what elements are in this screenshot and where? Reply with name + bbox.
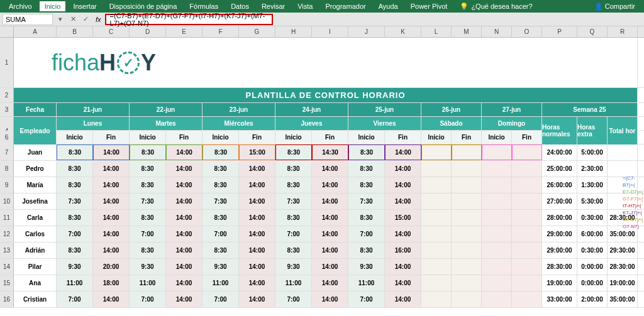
cell[interactable]: 28:30:00 xyxy=(542,259,577,275)
cell[interactable]: 14:00 xyxy=(239,177,275,193)
cell[interactable] xyxy=(482,144,512,160)
cell[interactable]: 14:00 xyxy=(239,242,275,258)
menu-revisar[interactable]: Revisar xyxy=(257,1,290,11)
cell[interactable] xyxy=(452,177,482,193)
col-D[interactable]: D xyxy=(130,26,166,37)
cell[interactable]: 14:00 xyxy=(93,226,130,242)
cell[interactable]: 11:00 xyxy=(348,275,385,291)
cell[interactable] xyxy=(452,291,482,307)
cell[interactable]: 14:00 xyxy=(239,210,275,226)
cell[interactable] xyxy=(512,144,542,160)
cell[interactable]: 14:00 xyxy=(385,177,421,193)
cell[interactable] xyxy=(452,210,482,226)
col-H[interactable]: H xyxy=(275,26,312,37)
cell[interactable]: 14:00 xyxy=(166,259,203,275)
menu-archivo[interactable]: Archivo xyxy=(4,1,37,11)
cell[interactable]: 24:00:00 xyxy=(542,144,577,160)
cell[interactable]: 7:30 xyxy=(57,193,93,209)
col-C[interactable]: C xyxy=(93,26,130,37)
row-16[interactable]: 16 xyxy=(0,291,14,307)
col-G[interactable]: G xyxy=(239,26,275,37)
cancel-icon[interactable]: ✕ xyxy=(67,15,79,23)
cell[interactable] xyxy=(512,177,542,193)
row-15[interactable]: 15 xyxy=(0,275,14,291)
cell[interactable]: 14:00 xyxy=(166,210,203,226)
cell[interactable] xyxy=(421,193,452,209)
cell[interactable]: 8:30 xyxy=(203,177,239,193)
cell[interactable] xyxy=(482,291,512,307)
cell[interactable]: 14:00 xyxy=(239,161,275,177)
row-12[interactable]: 12 xyxy=(0,226,14,242)
cell[interactable]: 14:00 xyxy=(385,275,421,291)
cell[interactable] xyxy=(452,226,482,242)
cell[interactable]: 19:00:00 xyxy=(608,275,638,291)
cell[interactable] xyxy=(608,144,638,160)
cell[interactable]: 14:00 xyxy=(312,193,348,209)
cell[interactable]: 11:00 xyxy=(130,275,166,291)
cell[interactable]: 8:30 xyxy=(348,144,385,160)
share-button[interactable]: 👤 Compartir xyxy=(589,1,640,12)
col-R[interactable]: R xyxy=(608,26,638,37)
cell[interactable]: 8:30 xyxy=(130,242,166,258)
select-all-corner[interactable] xyxy=(0,26,14,37)
cell[interactable] xyxy=(421,259,452,275)
cell[interactable]: 14:00 xyxy=(385,226,421,242)
cell[interactable]: 8:30 xyxy=(57,210,93,226)
cell[interactable]: 9:30 xyxy=(203,259,239,275)
menu-powerpivot[interactable]: Power Pivot xyxy=(406,1,453,11)
row-13[interactable]: 13 xyxy=(0,242,14,258)
cell[interactable] xyxy=(512,161,542,177)
cell[interactable]: 28:00:00 xyxy=(542,210,577,226)
tell-me[interactable]: 💡¿Qué desea hacer? xyxy=(455,3,537,11)
cell[interactable] xyxy=(452,144,482,160)
cell[interactable]: 7:00 xyxy=(203,226,239,242)
employee-name[interactable]: Pedro xyxy=(14,161,57,177)
cell[interactable]: 14:00 xyxy=(312,275,348,291)
employee-name[interactable]: Juan xyxy=(14,144,57,160)
cell[interactable]: 14:00 xyxy=(385,259,421,275)
cell[interactable]: 16:00 xyxy=(385,242,421,258)
row-14[interactable]: 14 xyxy=(0,259,14,275)
cell[interactable]: 7:00 xyxy=(130,291,166,307)
cell[interactable] xyxy=(482,161,512,177)
cell[interactable]: 8:30 xyxy=(130,177,166,193)
cell[interactable] xyxy=(421,242,452,258)
cell[interactable] xyxy=(512,259,542,275)
col-A[interactable]: A xyxy=(14,26,57,37)
cell[interactable]: 7:00 xyxy=(275,226,312,242)
cell[interactable]: 0:00:00 xyxy=(577,275,608,291)
cell[interactable]: 8:30 xyxy=(130,144,166,160)
cell[interactable]: 2:00:00 xyxy=(577,291,608,307)
menu-insertar[interactable]: Insertar xyxy=(68,1,101,11)
cell[interactable] xyxy=(452,259,482,275)
cell[interactable]: 8:30 xyxy=(203,242,239,258)
employee-name[interactable]: Cristian xyxy=(14,291,57,307)
cell[interactable] xyxy=(512,242,542,258)
cell[interactable]: 14:00 xyxy=(239,226,275,242)
cell[interactable]: 8:30 xyxy=(57,161,93,177)
cell[interactable] xyxy=(452,275,482,291)
cell[interactable]: 8:30 xyxy=(275,177,312,193)
cell[interactable] xyxy=(452,161,482,177)
cell[interactable]: 14:00 xyxy=(239,275,275,291)
cell[interactable] xyxy=(512,226,542,242)
cell[interactable]: 26:00:00 xyxy=(542,177,577,193)
row-7[interactable]: 7 xyxy=(0,144,14,160)
name-box[interactable]: SUMA xyxy=(3,14,53,25)
row-11[interactable]: 11 xyxy=(0,210,14,226)
col-P[interactable]: P xyxy=(542,26,577,37)
cell[interactable]: 14:00 xyxy=(166,275,203,291)
employee-name[interactable]: María xyxy=(14,177,57,193)
cell[interactable] xyxy=(482,193,512,209)
cell[interactable]: 14:00 xyxy=(385,144,421,160)
cell[interactable]: 7:00 xyxy=(203,291,239,307)
cell[interactable]: 8:30 xyxy=(57,242,93,258)
cell[interactable] xyxy=(512,291,542,307)
cell[interactable] xyxy=(482,177,512,193)
cell[interactable]: 14:00 xyxy=(166,242,203,258)
cell[interactable] xyxy=(512,193,542,209)
cell[interactable]: 8:30 xyxy=(275,210,312,226)
cell[interactable]: 18:00 xyxy=(93,275,130,291)
cell[interactable]: 8:30 xyxy=(57,144,93,160)
col-F[interactable]: F xyxy=(203,26,239,37)
